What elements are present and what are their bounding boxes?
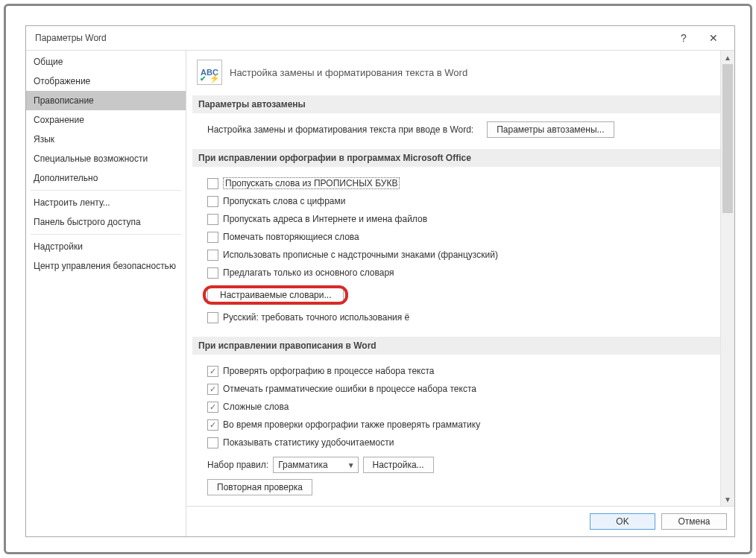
checkbox-uppercase[interactable] [207,178,218,189]
sidebar: Общие Отображение Правописание Сохранени… [26,51,186,536]
proofing-icon: ABC ✔ ⚡ [197,60,222,85]
custom-dictionaries-highlight: Настраиваемые словари... [207,290,344,300]
checkbox-french-caps[interactable] [207,250,218,261]
page-title: Настройка замены и форматирования текста… [230,67,467,78]
dialog-buttonbar: OK Отмена [186,506,734,536]
label-urls: Пропускать адреса в Интернете и имена фа… [223,214,427,224]
close-button[interactable]: ✕ [699,28,728,48]
checkbox-main-dict-only[interactable] [207,267,218,279]
checkbox-numbers[interactable] [207,196,218,207]
section-head-office-spell: При исправлении орфографии в программах … [192,149,720,167]
sidebar-item-accessibility[interactable]: Специальные возможности [26,149,186,168]
checkbox-compound-words[interactable]: ✓ [207,402,218,413]
sidebar-item-language[interactable]: Язык [26,130,186,149]
sidebar-separator [31,190,181,191]
checkbox-russian-yo[interactable] [207,312,218,323]
checkbox-readability[interactable] [207,437,218,448]
sidebar-item-addins[interactable]: Надстройки [26,237,186,256]
checkbox-check-spelling[interactable]: ✓ [207,366,218,377]
chevron-down-icon: ▼ [347,461,355,469]
sidebar-separator [31,234,181,235]
outer-frame: Параметры Word ? ✕ Общие Отображение Пра… [4,4,752,554]
titlebar: Параметры Word ? ✕ [26,26,734,50]
recheck-button[interactable]: Повторная проверка [207,479,312,495]
label-main-dict-only: Предлагать только из основного словаря [223,267,394,278]
sidebar-item-customize-ribbon[interactable]: Настроить ленту... [26,193,186,212]
autocorrect-options-button[interactable]: Параметры автозамены... [487,121,614,138]
sidebar-item-trustcenter[interactable]: Центр управления безопасностью [26,256,186,276]
section-head-autocorrect: Параметры автозамены [192,95,720,113]
checkbox-mark-grammar[interactable]: ✓ [207,384,218,395]
vertical-scrollbar[interactable]: ▲ ▼ [720,51,734,506]
sidebar-item-display[interactable]: Отображение [26,72,186,91]
label-repeated: Помечать повторяющиеся слова [223,232,359,242]
label-russian-yo: Русский: требовать точного использования… [223,312,409,323]
grammar-settings-button[interactable]: Настройка... [363,457,434,473]
autocorrect-desc: Настройка замены и форматирования текста… [207,124,473,135]
dialog-body: Общие Отображение Правописание Сохранени… [26,50,734,536]
content: ABC ✔ ⚡ Настройка замены и форматировани… [186,51,720,506]
ruleset-select[interactable]: Грамматика ▼ [273,457,358,473]
label-check-spelling: Проверять орфографию в процессе набора т… [223,366,435,376]
section-head-word-spell: При исправлении правописания в Word [192,337,720,355]
checkbox-repeated[interactable] [207,232,218,243]
label-mark-grammar: Отмечать грамматические ошибки в процесс… [223,384,476,394]
scroll-down-icon[interactable]: ▼ [721,492,734,506]
label-compound-words: Сложные слова [223,402,289,412]
cancel-button[interactable]: Отмена [661,513,727,530]
help-button[interactable]: ? [669,28,699,48]
options-dialog: Параметры Word ? ✕ Общие Отображение Пра… [25,25,735,537]
label-uppercase: Пропускать слова из ПРОПИСНЫХ БУКВ [223,177,400,189]
checkbox-grammar-with-spelling[interactable]: ✓ [207,419,218,431]
sidebar-item-general[interactable]: Общие [26,52,186,72]
sidebar-item-proofing[interactable]: Правописание [26,91,186,110]
sidebar-item-qat[interactable]: Панель быстрого доступа [26,212,186,232]
custom-dictionaries-button[interactable]: Настраиваемые словари... [207,286,344,304]
dialog-title: Параметры Word [35,33,107,43]
label-numbers: Пропускать слова с цифрами [223,196,345,206]
checkbox-urls[interactable] [207,214,218,225]
label-french-caps: Использовать прописные с надстрочными зн… [223,250,498,260]
page-header: ABC ✔ ⚡ Настройка замены и форматировани… [192,57,720,92]
label-grammar-with-spelling: Во время проверки орфографии также прове… [223,419,480,430]
sidebar-item-save[interactable]: Сохранение [26,110,186,130]
ruleset-label: Набор правил: [207,460,268,470]
main-panel: ABC ✔ ⚡ Настройка замены и форматировани… [186,51,734,536]
ok-button[interactable]: OK [590,513,655,530]
scroll-thumb[interactable] [722,64,733,213]
label-readability: Показывать статистику удобочитаемости [223,437,394,448]
sidebar-item-advanced[interactable]: Дополнительно [26,168,186,188]
scroll-up-icon[interactable]: ▲ [721,51,734,64]
